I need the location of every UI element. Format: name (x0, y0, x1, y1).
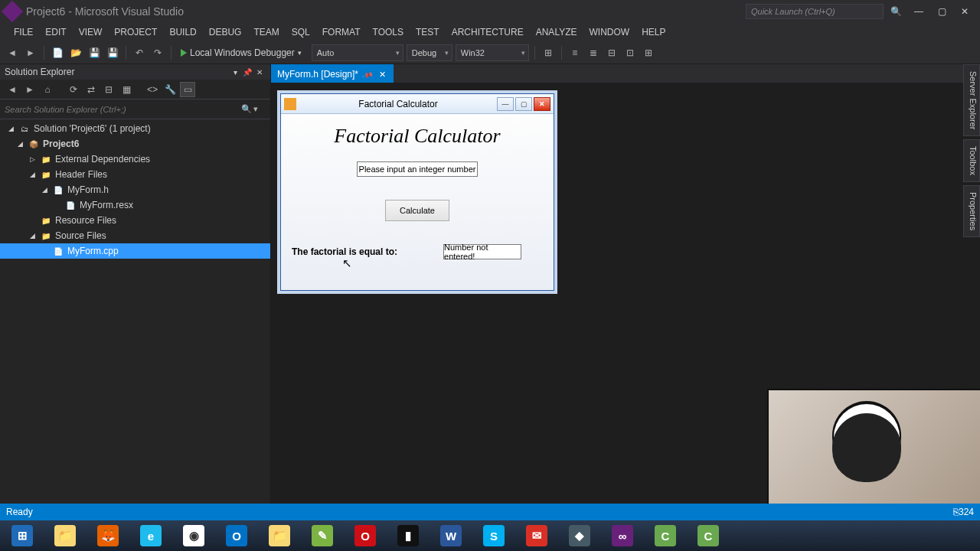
taskbar-mail[interactable]: ✉ (516, 522, 557, 549)
taskbar-ie[interactable]: e (130, 522, 172, 549)
undo-icon[interactable]: ↶ (132, 45, 147, 60)
result-label[interactable]: The factorial is equal to: (292, 246, 397, 257)
tab-close-icon[interactable]: ✕ (377, 69, 387, 80)
menu-analyze[interactable]: ANALYZE (530, 23, 583, 41)
se-back-icon[interactable]: ◄ (5, 82, 20, 97)
panel-dropdown-icon[interactable]: ▾ (229, 66, 241, 78)
tree-myform-h[interactable]: ◢📄MyForm.h (0, 182, 270, 197)
tree-header-files[interactable]: ◢📁Header Files (0, 167, 270, 182)
se-home-icon[interactable]: ⌂ (40, 82, 55, 97)
taskbar-app1[interactable]: ✎ (302, 522, 343, 549)
pin-icon[interactable]: 📌 (361, 68, 374, 80)
tree-solution[interactable]: ◢🗂Solution 'Project6' (1 project) (0, 121, 270, 136)
open-file-icon[interactable]: 📂 (68, 45, 83, 60)
taskbar-folder2[interactable]: 📁 (259, 522, 300, 549)
menu-tools[interactable]: TOOLS (367, 23, 410, 41)
tree-myform-resx[interactable]: 📄MyForm.resx (0, 197, 270, 213)
nav-back-icon[interactable]: ◄ (5, 45, 20, 60)
taskbar-app2[interactable]: ◆ (559, 522, 600, 549)
align-icon[interactable]: ⊞ (541, 45, 556, 60)
se-fwd-icon[interactable]: ► (22, 82, 38, 97)
layout5-icon[interactable]: ⊞ (641, 45, 656, 60)
minimize-button[interactable]: — (908, 3, 929, 20)
se-code-icon[interactable]: <> (145, 82, 160, 97)
winform-maximize-icon[interactable]: ▢ (515, 97, 532, 111)
calculate-button[interactable]: Calculate (385, 200, 449, 221)
taskbar-word[interactable]: W (430, 522, 472, 549)
taskbar-explorer[interactable]: 📁 (44, 522, 86, 549)
se-preview-icon[interactable]: ▭ (180, 82, 195, 97)
menu-help[interactable]: HELP (635, 23, 671, 41)
menu-file[interactable]: FILE (8, 23, 39, 41)
status-char-icon: ⎘ (953, 507, 959, 517)
winform-preview[interactable]: Factorial Calculator — ▢ ✕ Factorial Cal… (280, 93, 554, 291)
result-textbox[interactable]: Number not entered! (443, 244, 521, 259)
menu-build[interactable]: BUILD (163, 23, 202, 41)
tree-external-deps[interactable]: ▷📁External Dependencies (0, 152, 270, 167)
tab-myform-design[interactable]: MyForm.h [Design]* 📌 ✕ (271, 64, 394, 83)
tree-project[interactable]: ◢📦Project6 (0, 136, 270, 152)
tree-myform-cpp[interactable]: 📄MyForm.cpp (0, 243, 270, 259)
solution-config-dropdown[interactable]: Auto (312, 44, 403, 61)
search-icon[interactable]: 🔍 (241, 104, 253, 114)
redo-icon[interactable]: ↷ (150, 45, 165, 60)
start-debugging-button[interactable]: Local Windows Debugger ▾ (177, 44, 309, 61)
dock-server-explorer[interactable]: Server Explorer (963, 64, 980, 136)
platform-dropdown[interactable]: Win32 (456, 44, 529, 61)
menu-team[interactable]: TEAM (247, 23, 285, 41)
close-button[interactable]: ✕ (954, 3, 975, 20)
taskbar-outlook[interactable]: O (216, 522, 257, 549)
layout2-icon[interactable]: ≣ (586, 45, 601, 60)
menu-format[interactable]: FORMAT (316, 23, 367, 41)
menu-debug[interactable]: DEBUG (203, 23, 248, 41)
search-icon[interactable]: 🔍 (885, 3, 906, 20)
build-config-dropdown[interactable]: Debug (407, 44, 452, 61)
dock-properties[interactable]: Properties (963, 185, 980, 237)
debugger-label: Local Windows Debugger (190, 47, 295, 58)
tree-source-files[interactable]: ◢📁Source Files (0, 228, 270, 243)
se-search-input[interactable] (5, 105, 241, 114)
dock-toolbox[interactable]: Toolbox (963, 139, 980, 182)
layout-icon[interactable]: ≡ (567, 45, 583, 60)
taskbar-opera[interactable]: O (345, 522, 386, 549)
taskbar-skype[interactable]: S (473, 522, 514, 549)
document-tabs: MyForm.h [Design]* 📌 ✕ ▾ (271, 64, 980, 83)
docked-right-tabs: Server Explorer Toolbox Properties (963, 64, 980, 237)
quick-launch-input[interactable]: Quick Launch (Ctrl+Q) (746, 4, 884, 19)
taskbar-camtasia[interactable]: C (645, 522, 686, 549)
se-collapse-icon[interactable]: ⊟ (101, 82, 116, 97)
new-project-icon[interactable]: 📄 (50, 45, 65, 60)
layout4-icon[interactable]: ⊡ (622, 45, 638, 60)
se-sync-icon[interactable]: ⇄ (83, 82, 99, 97)
maximize-button[interactable]: ▢ (931, 3, 952, 20)
input-textbox[interactable]: Please input an integer number (357, 161, 478, 177)
save-icon[interactable]: 💾 (87, 45, 102, 60)
winform-minimize-icon[interactable]: — (497, 97, 514, 111)
taskbar-firefox[interactable]: 🦊 (87, 522, 129, 549)
winform-heading[interactable]: Factorial Calculator (292, 125, 543, 148)
menu-sql[interactable]: SQL (286, 23, 316, 41)
window-titlebar: Project6 - Microsoft Visual Studio Quick… (0, 0, 980, 23)
nav-fwd-icon[interactable]: ► (23, 45, 38, 60)
taskbar-chrome[interactable]: ◉ (173, 522, 214, 549)
taskbar-vs[interactable]: ∞ (602, 522, 643, 549)
start-button[interactable]: ⊞ (2, 522, 43, 549)
menu-project[interactable]: PROJECT (108, 23, 163, 41)
panel-pin-icon[interactable]: 📌 (241, 66, 253, 78)
menu-architecture[interactable]: ARCHITECTURE (446, 23, 530, 41)
layout3-icon[interactable]: ⊟ (604, 45, 619, 60)
search-dropdown-icon[interactable]: ▾ (253, 104, 266, 114)
menu-view[interactable]: VIEW (73, 23, 109, 41)
panel-close-icon[interactable]: ✕ (253, 66, 266, 78)
menu-window[interactable]: WINDOW (583, 23, 636, 41)
menu-edit[interactable]: EDIT (39, 23, 72, 41)
winform-close-icon[interactable]: ✕ (534, 97, 550, 111)
taskbar-app3[interactable]: C (688, 522, 729, 549)
se-showall-icon[interactable]: ▦ (119, 82, 134, 97)
tree-resource-files[interactable]: 📁Resource Files (0, 213, 270, 228)
menu-test[interactable]: TEST (410, 23, 446, 41)
se-properties-icon[interactable]: 🔧 (162, 82, 178, 97)
taskbar-terminal[interactable]: ▮ (387, 522, 429, 549)
save-all-icon[interactable]: 💾 (105, 45, 120, 60)
se-refresh-icon[interactable]: ⟳ (66, 82, 81, 97)
